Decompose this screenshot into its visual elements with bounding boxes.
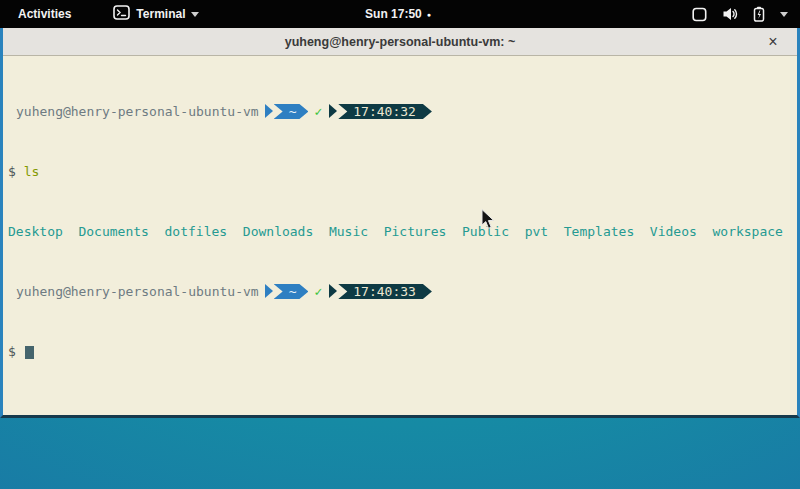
- directory-item: workspace: [712, 224, 782, 239]
- terminal-window: yuheng@henry-personal-ubuntu-vm: ~ × yuh…: [0, 28, 800, 418]
- activities-button[interactable]: Activities: [14, 5, 75, 23]
- close-button[interactable]: ×: [761, 28, 785, 55]
- prompt-time-segment: 17:40:33: [338, 284, 432, 299]
- directory-item: Pictures: [384, 224, 462, 239]
- prompt-time-segment: 17:40:32: [338, 104, 432, 119]
- powerline-arrow-icon: [265, 104, 273, 118]
- top-bar: Activities Terminal Sun 17:50 ●: [0, 0, 800, 28]
- terminal-icon: [113, 5, 130, 23]
- app-menu[interactable]: Terminal: [113, 5, 199, 23]
- input-line: $: [8, 344, 797, 359]
- command-text: ls: [24, 164, 40, 179]
- chevron-down-icon: [780, 12, 788, 17]
- directory-item: dotfiles: [165, 224, 243, 239]
- terminal-content[interactable]: yuheng@henry-personal-ubuntu-vm~✓17:40:3…: [3, 56, 797, 414]
- window-title: yuheng@henry-personal-ubuntu-vm: ~: [285, 35, 516, 49]
- powerline-arrow-icon: [329, 284, 337, 298]
- mouse-pointer-icon: [481, 209, 496, 230]
- screen-icon: [692, 7, 707, 22]
- status-check-icon: ✓: [314, 104, 322, 119]
- screen: Activities Terminal Sun 17:50 ●: [0, 0, 800, 489]
- window-titlebar[interactable]: yuheng@henry-personal-ubuntu-vm: ~ ×: [3, 28, 797, 56]
- battery-charging-icon: [753, 6, 765, 22]
- directory-item: Music: [329, 224, 384, 239]
- prompt-symbol: $: [8, 344, 16, 359]
- clock[interactable]: Sun 17:50 ●: [365, 0, 431, 28]
- desktop-background: yuheng@henry-personal-ubuntu-vm: ~ × yuh…: [0, 28, 800, 489]
- app-menu-label: Terminal: [136, 7, 185, 21]
- prompt-symbol: $: [8, 164, 16, 179]
- command-line: $ ls: [8, 164, 797, 179]
- text-cursor: [25, 346, 34, 359]
- directory-item: Videos: [650, 224, 713, 239]
- prompt-path-segment: ~: [274, 284, 309, 299]
- prompt-user: yuheng@henry-personal-ubuntu-vm: [8, 284, 259, 299]
- prompt-line: yuheng@henry-personal-ubuntu-vm~✓17:40:3…: [8, 284, 797, 299]
- directory-item: Downloads: [243, 224, 329, 239]
- directory-item: Desktop: [8, 224, 78, 239]
- status-check-icon: ✓: [314, 284, 322, 299]
- directory-item: pvt: [525, 224, 564, 239]
- volume-icon: [722, 7, 738, 21]
- prompt-path-segment: ~: [274, 104, 309, 119]
- notification-dot: ●: [427, 11, 431, 18]
- directory-item: Documents: [78, 224, 164, 239]
- system-status-area[interactable]: [692, 6, 788, 22]
- prompt-line: yuheng@henry-personal-ubuntu-vm~✓17:40:3…: [8, 104, 797, 119]
- powerline-arrow-icon: [265, 284, 273, 298]
- ls-output-line: Desktop Documents dotfiles Downloads Mus…: [8, 224, 797, 239]
- directory-item: Templates: [564, 224, 650, 239]
- clock-label: Sun 17:50: [365, 7, 422, 21]
- powerline-arrow-icon: [329, 104, 337, 118]
- prompt-user: yuheng@henry-personal-ubuntu-vm: [8, 104, 259, 119]
- chevron-down-icon: [191, 12, 199, 17]
